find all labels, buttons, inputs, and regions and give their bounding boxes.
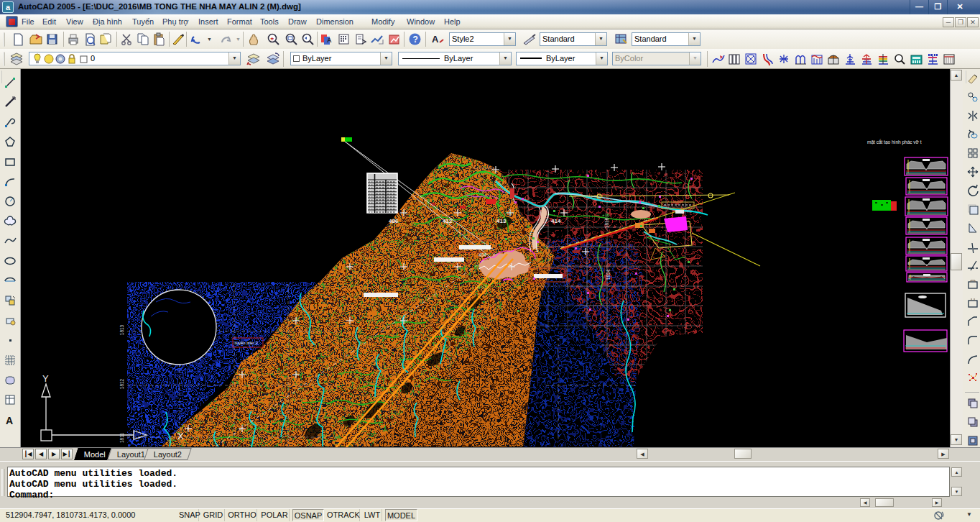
svg-text:tuyến tràn 2: tuyến tràn 2 (235, 341, 258, 345)
svg-text:404: 404 (479, 252, 486, 257)
svg-text:A: A (327, 37, 332, 44)
svg-text:A: A (432, 34, 439, 45)
svg-text:1816: 1816 (604, 217, 609, 228)
svg-text:486: 486 (389, 218, 399, 224)
svg-text:414: 414 (551, 218, 561, 224)
svg-text:1814: 1814 (606, 269, 611, 280)
svg-text:Y: Y (42, 373, 49, 384)
svg-text:Δ416: Δ416 (477, 285, 488, 289)
svg-text:412: 412 (443, 218, 453, 224)
svg-text:+16: +16 (602, 213, 610, 217)
svg-text:A: A (6, 415, 13, 426)
svg-text:1813: 1813 (119, 324, 124, 335)
svg-text:413: 413 (496, 218, 507, 224)
svg-text:1811: 1811 (119, 433, 124, 443)
svg-text:?: ? (413, 35, 418, 45)
svg-text:1812: 1812 (119, 378, 124, 389)
svg-text:X: X (177, 431, 184, 441)
svg-text:±: ± (271, 35, 274, 42)
svg-text:mặt cắt tạo hình phác vỡ t: mặt cắt tạo hình phác vỡ t (867, 139, 922, 145)
